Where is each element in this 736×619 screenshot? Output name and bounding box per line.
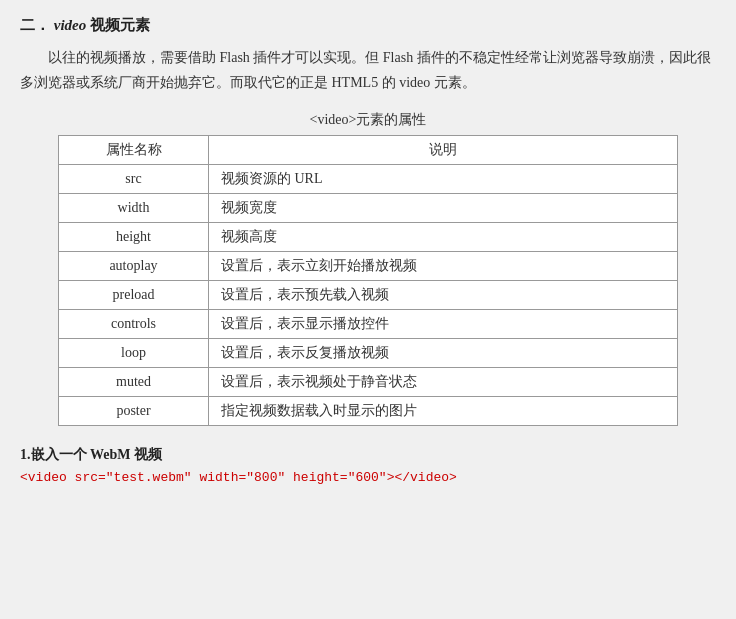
video-attributes-section: <video>元素的属性 属性名称 说明 src视频资源的 URLwidth视频…: [20, 111, 716, 426]
explanation-text: 解释：插入一个视频，主流的视频为.webm，.mp4，.ogg 等。src 表示…: [20, 489, 716, 619]
attr-name-cell: poster: [59, 397, 209, 426]
attr-desc-cell: 视频宽度: [209, 194, 678, 223]
attr-name-cell: width: [59, 194, 209, 223]
attr-desc-cell: 设置后，表示预先载入视频: [209, 281, 678, 310]
video-tag-label: video: [54, 17, 86, 33]
attr-name-cell: autoplay: [59, 252, 209, 281]
table-row: autoplay设置后，表示立刻开始播放视频: [59, 252, 678, 281]
code-example: <video src="test.webm" width="800" heigh…: [20, 470, 716, 485]
table-body: src视频资源的 URLwidth视频宽度height视频高度autoplay设…: [59, 165, 678, 426]
section-number: 二．: [20, 17, 50, 33]
table-row: poster指定视频数据载入时显示的图片: [59, 397, 678, 426]
attr-desc-cell: 设置后，表示显示播放控件: [209, 310, 678, 339]
table-row: src视频资源的 URL: [59, 165, 678, 194]
table-row: muted设置后，表示视频处于静音状态: [59, 368, 678, 397]
attr-desc-cell: 设置后，表示视频处于静音状态: [209, 368, 678, 397]
table-row: loop设置后，表示反复播放视频: [59, 339, 678, 368]
attr-name-cell: loop: [59, 339, 209, 368]
col-header-attr: 属性名称: [59, 136, 209, 165]
attr-desc-cell: 设置后，表示立刻开始播放视频: [209, 252, 678, 281]
subsection-title: 1.嵌入一个 WebM 视频: [20, 446, 716, 464]
table-row: height视频高度: [59, 223, 678, 252]
table-row: controls设置后，表示显示播放控件: [59, 310, 678, 339]
attr-name-cell: src: [59, 165, 209, 194]
attr-name-cell: preload: [59, 281, 209, 310]
table-header-row: 属性名称 说明: [59, 136, 678, 165]
attr-desc-cell: 设置后，表示反复播放视频: [209, 339, 678, 368]
attributes-table: 属性名称 说明 src视频资源的 URLwidth视频宽度height视频高度a…: [58, 135, 678, 426]
intro-paragraph: 以往的视频播放，需要借助 Flash 插件才可以实现。但 Flash 插件的不稳…: [20, 45, 716, 95]
section-title: 二． video 视频元素: [20, 16, 716, 35]
table-caption: <video>元素的属性: [20, 111, 716, 129]
attr-name-cell: muted: [59, 368, 209, 397]
table-row: width视频宽度: [59, 194, 678, 223]
section-title-suffix: 视频元素: [90, 17, 150, 33]
attr-desc-cell: 指定视频数据载入时显示的图片: [209, 397, 678, 426]
subsection-webm: 1.嵌入一个 WebM 视频 <video src="test.webm" wi…: [20, 446, 716, 619]
attr-desc-cell: 视频资源的 URL: [209, 165, 678, 194]
col-header-desc: 说明: [209, 136, 678, 165]
table-row: preload设置后，表示预先载入视频: [59, 281, 678, 310]
attr-name-cell: controls: [59, 310, 209, 339]
attr-desc-cell: 视频高度: [209, 223, 678, 252]
attr-name-cell: height: [59, 223, 209, 252]
